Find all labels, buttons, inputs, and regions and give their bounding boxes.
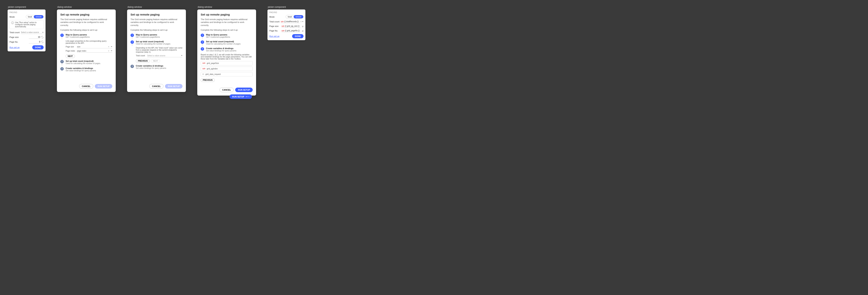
step-3-sub: Set value bindings for query params [66, 70, 112, 72]
binding-expression: {{ grid_pg_size }} [285, 25, 300, 27]
step-3-body: Based on step 1 & 2, we will create the … [201, 54, 253, 60]
step-3-badge: 3 [201, 47, 204, 51]
page-index-param-label: Page index [66, 50, 77, 52]
setup-dialog-step2: Set up remote paging The Grid remote pag… [127, 9, 186, 92]
next-button[interactable]: NEXT [66, 55, 75, 58]
picker-label: picker-component [268, 6, 305, 8]
page-no-label: Page No. [9, 41, 18, 43]
dialog-label: dialog-window [127, 6, 186, 8]
clear-icon[interactable]: × [301, 21, 302, 23]
step-1-badge: 1 [201, 34, 204, 37]
section-title: PAGING [269, 11, 304, 13]
step-2-sub: Used for calculating the number of pages… [66, 62, 112, 64]
step-3-sub: Set value bindings for query params [206, 50, 253, 52]
binding-expression: {{ totalRecords }} [284, 21, 299, 23]
setup-dialog-step3: Set up remote paging The Grid remote pag… [197, 9, 256, 96]
step-3-badge: 3 [130, 65, 134, 68]
page-no-binding[interactable]: 123 {{ grid_pageNo }} [281, 29, 301, 32]
dialog-intro: The Grid remote paging feature requires … [60, 18, 112, 27]
setup-dialog-step1: Set up remote paging The Grid remote pag… [57, 9, 116, 92]
page-index-param-value: page index [77, 50, 86, 52]
page-no-label: Page No. [269, 30, 280, 32]
variable-name: grid_pageSize [207, 62, 219, 64]
total-count-param-label: Total count [136, 55, 147, 57]
number-type-icon: 123 [281, 25, 284, 27]
unbind-icon[interactable]: ⌀ [302, 25, 304, 28]
next-button-disabled: NEXT [151, 59, 160, 63]
dialog-instruction: Complete the following steps to set it u… [60, 29, 112, 31]
mode-local[interactable]: local [26, 15, 34, 19]
step-2-title: Set up total count (required) [66, 60, 112, 62]
done-button[interactable]: DONE [32, 45, 43, 50]
run-setup-link[interactable]: Run set up [269, 35, 279, 37]
chevron-down-icon [42, 32, 43, 33]
unbind-icon[interactable]: ⌀ [302, 29, 304, 32]
dialog-instruction: Complete the following steps to set it u… [130, 29, 183, 31]
info-text: Use "Run setup" action to configure remo… [15, 22, 42, 28]
total-count-label: Total count [269, 21, 280, 23]
step-2-sub: Used for calculating the number of pages [136, 43, 183, 45]
run-setup-link[interactable]: Run set up [9, 46, 20, 48]
step-2-badge: 2 [201, 40, 204, 44]
previous-button[interactable]: PREVIOUS [136, 59, 150, 63]
step-1-title: Map to Query params [66, 34, 112, 36]
cancel-button[interactable]: CANCEL [219, 88, 234, 92]
page-size-param-label: Page size [66, 46, 77, 48]
total-count-param-select[interactable]: Select a value source [147, 54, 183, 57]
number-type-icon: 123 [203, 62, 205, 64]
mode-local[interactable]: local [286, 15, 293, 19]
page-no-input[interactable] [29, 40, 40, 43]
variable-row[interactable]: ⟳ grid_data_request [201, 72, 253, 76]
variable-row[interactable]: 123 grid_pageSize [201, 61, 253, 65]
chip-label: RUN SETUP [232, 96, 244, 98]
dialog-label: dialog-window [57, 6, 116, 8]
mode-remote[interactable]: remote [293, 15, 303, 19]
info-icon: i [11, 22, 14, 24]
page-size-param-select[interactable]: size × [77, 45, 112, 48]
step-1-title: Map to Query params [206, 34, 253, 36]
total-count-placeholder: Select a value source [21, 31, 39, 33]
run-setup-button[interactable]: RUN SETUP [95, 84, 112, 89]
picker-paging-initial: PAGING Mode local remote i Use "Run setu… [8, 9, 45, 52]
step-1-title: Map to Query params [136, 34, 183, 36]
chevron-down-icon [302, 21, 304, 22]
clear-icon[interactable]: × [107, 50, 110, 52]
run-setup-button[interactable]: RUN SETUP [165, 84, 183, 89]
step-3-sub: Set value bindings for query params [136, 67, 183, 69]
unbind-icon[interactable] [41, 36, 43, 38]
step-3-title: Create variables & bindings [206, 47, 253, 50]
total-count-label: Total count [9, 31, 21, 34]
info-banner: i Use "Run setup" action to configure re… [9, 20, 43, 29]
done-button[interactable]: DONE [292, 34, 304, 38]
step-1-body: Link pager properties to the correspondi… [66, 40, 112, 44]
mode-toggle[interactable]: local remote [286, 15, 304, 19]
picker-label: picker-component [8, 6, 45, 8]
clear-icon[interactable]: × [107, 46, 110, 48]
dialog-title: Set up remote paging [130, 13, 183, 16]
mode-remote[interactable]: remote [34, 15, 43, 19]
run-setup-button[interactable]: RUN SETUP [235, 88, 253, 92]
variable-name: grid_pgIndex [207, 68, 218, 70]
page-index-param-select[interactable]: page index × [77, 50, 112, 53]
section-title: PAGING [9, 11, 43, 13]
cancel-button[interactable]: CANCEL [149, 84, 164, 89]
step-2-body: Depending on the API, the "total count" … [136, 47, 183, 53]
mode-toggle[interactable]: local remote [26, 15, 43, 19]
total-count-select[interactable]: Select a value source [21, 31, 43, 34]
step-2-badge: 2 [130, 40, 134, 44]
dialog-label: dialog-window [197, 6, 256, 8]
step-2-title: Set up total count (required) [206, 40, 253, 43]
unbind-icon[interactable] [41, 40, 43, 43]
previous-button[interactable]: PREVIOUS [201, 78, 215, 82]
loading-dots-icon [246, 96, 249, 97]
total-count-binding[interactable]: 123 {{ totalRecords }} [281, 20, 300, 23]
cancel-button[interactable]: CANCEL [79, 84, 94, 89]
chevron-down-icon [111, 46, 112, 47]
dialog-instruction: Complete the following steps to set it u… [201, 29, 253, 31]
step-1-sub: GET /customers.pagedItems [206, 36, 253, 38]
variable-row[interactable]: 123 grid_pgIndex [201, 67, 253, 71]
page-size-input[interactable] [29, 35, 40, 39]
dialog-intro: The Grid remote paging feature requires … [130, 18, 183, 27]
page-size-binding[interactable]: 123 {{ grid_pg_size }} [281, 25, 301, 28]
step-1-sub: GET /customers.pagedItems [136, 36, 183, 38]
